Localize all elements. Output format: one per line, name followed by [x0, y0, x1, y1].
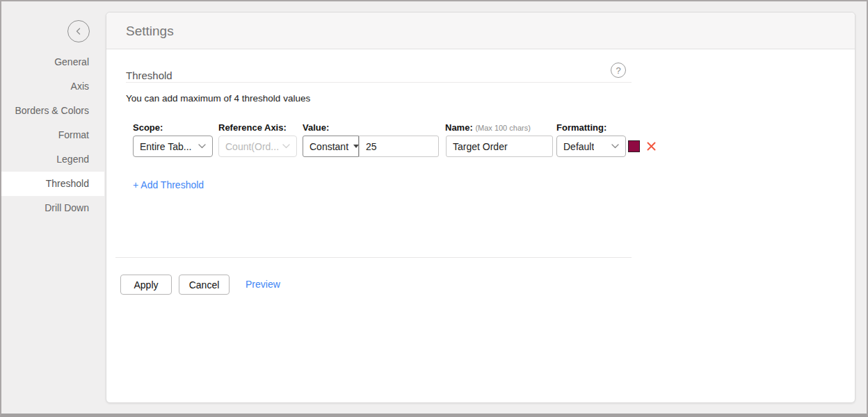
name-max-chars-hint: (Max 100 chars): [475, 124, 530, 132]
name-input-wrap: [446, 136, 553, 157]
threshold-info-text: You can add maximum of 4 threshold value…: [126, 93, 310, 104]
section-divider: [126, 82, 632, 83]
value-amount-input[interactable]: [359, 136, 439, 157]
panel-title: Settings: [106, 13, 855, 49]
sidebar-item-drill-down[interactable]: Drill Down: [1, 196, 104, 220]
sidebar-item-legend[interactable]: Legend: [1, 147, 104, 172]
question-mark-icon: ?: [616, 65, 620, 76]
chevron-down-icon: [198, 144, 206, 149]
x-icon: [646, 141, 659, 152]
scope-select[interactable]: Entire Tab...: [133, 136, 213, 157]
chevron-left-icon: [74, 27, 83, 35]
delete-threshold-button[interactable]: [646, 140, 659, 152]
back-button[interactable]: [67, 20, 90, 42]
sidebar-item-borders-colors[interactable]: Borders & Colors: [1, 99, 104, 123]
sidebar-item-format[interactable]: Format: [1, 123, 104, 147]
help-button[interactable]: ?: [611, 63, 626, 78]
settings-sidebar: General Axis Borders & Colors Format Leg…: [1, 1, 104, 414]
scope-select-value: Entire Tab...: [140, 141, 191, 152]
formatting-label: Formatting:: [556, 122, 606, 133]
actions-divider: [115, 257, 632, 258]
preview-link[interactable]: Preview: [246, 279, 280, 290]
settings-panel: Settings Threshold ? You can add maximum…: [106, 12, 855, 403]
threshold-name-input[interactable]: [446, 136, 553, 157]
name-label: Name: (Max 100 chars): [445, 122, 531, 133]
reference-axis-select-value: Count(Ord...: [225, 141, 279, 152]
sidebar-item-threshold[interactable]: Threshold: [1, 172, 104, 196]
sidebar-item-general[interactable]: General: [1, 50, 104, 74]
apply-button[interactable]: Apply: [120, 275, 172, 295]
add-threshold-link[interactable]: + Add Threshold: [133, 179, 204, 190]
value-label: Value:: [303, 122, 329, 133]
value-type-selected: Constant: [310, 141, 348, 152]
formatting-select-value: Default: [563, 141, 594, 152]
formatting-select[interactable]: Default: [556, 136, 626, 157]
cancel-button[interactable]: Cancel: [179, 275, 230, 295]
section-title: Threshold: [126, 70, 172, 81]
chevron-down-icon: [282, 144, 290, 149]
chevron-down-icon: [611, 144, 619, 149]
sidebar-item-axis[interactable]: Axis: [1, 74, 104, 99]
sidebar-nav: General Axis Borders & Colors Format Leg…: [1, 50, 104, 220]
name-label-text: Name:: [445, 122, 473, 133]
scope-label: Scope:: [133, 122, 163, 133]
value-amount-wrap: [359, 136, 439, 157]
reference-axis-label: Reference Axis:: [218, 122, 287, 133]
threshold-color-swatch[interactable]: [628, 140, 640, 152]
value-type-dropdown[interactable]: Constant: [303, 136, 359, 157]
caret-down-icon: [353, 145, 359, 148]
settings-window: General Axis Borders & Colors Format Leg…: [0, 0, 868, 417]
reference-axis-select: Count(Ord...: [218, 136, 297, 157]
